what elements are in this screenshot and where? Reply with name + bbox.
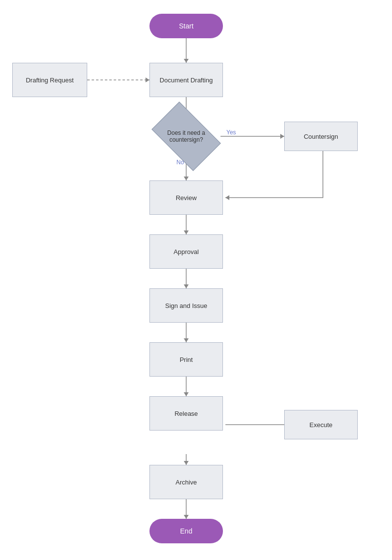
yes-label: Yes — [226, 129, 236, 136]
no-label: No — [176, 159, 184, 166]
flowchart-diagram: Start Document Drafting Drafting Request… — [0, 0, 392, 560]
svg-marker-10 — [184, 230, 189, 234]
svg-marker-23 — [146, 77, 149, 82]
drafting-request-node: Drafting Request — [12, 63, 87, 97]
svg-marker-8 — [225, 195, 229, 200]
approval-node: Approval — [149, 234, 223, 269]
svg-marker-14 — [184, 338, 189, 342]
release-node: Release — [149, 396, 223, 431]
review-node: Review — [149, 180, 223, 215]
archive-node: Archive — [149, 465, 223, 499]
svg-marker-1 — [184, 59, 189, 63]
end-node: End — [149, 519, 223, 543]
svg-marker-16 — [184, 392, 189, 396]
sign-and-issue-node: Sign and Issue — [149, 288, 223, 323]
svg-marker-5 — [184, 177, 189, 180]
svg-marker-7 — [280, 134, 284, 139]
svg-marker-19 — [184, 461, 189, 465]
start-node: Start — [149, 14, 223, 38]
svg-marker-21 — [184, 515, 189, 519]
countersign-node: Countersign — [284, 122, 358, 151]
countersign-decision-node: Does it need a countersign? — [157, 117, 216, 156]
document-drafting-node: Document Drafting — [149, 63, 223, 97]
execute-node: Execute — [284, 410, 358, 439]
svg-marker-12 — [184, 284, 189, 288]
print-node: Print — [149, 342, 223, 377]
